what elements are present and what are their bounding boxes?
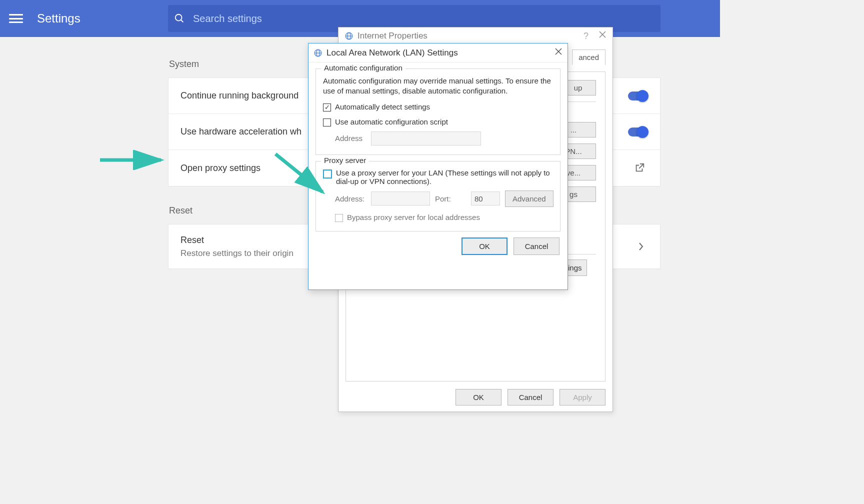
tab-advanced[interactable]: anced bbox=[572, 50, 606, 65]
address-label: Address bbox=[335, 134, 366, 142]
iprops-title-text: Internet Properties bbox=[358, 31, 428, 41]
arrow-annotation bbox=[98, 150, 168, 170]
auto-help-text: Automatic configuration may override man… bbox=[323, 76, 553, 96]
row-label: Continue running background bbox=[180, 90, 298, 101]
page-title: Settings bbox=[37, 12, 80, 26]
checkbox-label: Bypass proxy server for local addresses bbox=[347, 213, 480, 222]
help-icon[interactable]: ? bbox=[584, 31, 588, 42]
chevron-right-icon bbox=[638, 242, 644, 251]
close-icon[interactable] bbox=[554, 48, 562, 56]
iprops-footer: OK Cancel Apply bbox=[338, 389, 612, 406]
menu-icon[interactable] bbox=[9, 14, 23, 23]
launch-icon bbox=[634, 162, 645, 174]
iprops-cancel-button[interactable]: Cancel bbox=[508, 389, 554, 406]
use-proxy-checkbox[interactable]: Use a proxy server for your LAN (These s… bbox=[323, 168, 553, 186]
proxy-address-row: Address: Port: Advanced bbox=[335, 190, 553, 207]
checkbox-label: Automatically detect settings bbox=[335, 102, 430, 111]
search-icon bbox=[174, 13, 185, 24]
auto-config-legend: Automatic configuration bbox=[321, 64, 406, 72]
proxy-address-input[interactable] bbox=[371, 192, 430, 206]
bypass-checkbox[interactable]: Bypass proxy server for local addresses bbox=[335, 213, 553, 222]
checkbox-label: Use automatic configuration script bbox=[335, 118, 448, 126]
lan-footer: OK Cancel bbox=[308, 238, 568, 262]
proxy-port-input[interactable] bbox=[471, 192, 500, 206]
checkbox-label: Use a proxy server for your LAN (These s… bbox=[336, 168, 553, 186]
close-icon[interactable] bbox=[598, 30, 606, 38]
lan-title-text: Local Area Network (LAN) Settings bbox=[326, 48, 458, 58]
checkbox-icon bbox=[335, 214, 343, 222]
advanced-button[interactable]: Advanced bbox=[505, 190, 554, 207]
lan-ok-button[interactable]: OK bbox=[462, 238, 508, 255]
auto-detect-checkbox[interactable]: Automatically detect settings bbox=[323, 102, 553, 112]
port-label: Port: bbox=[435, 194, 466, 203]
toggle-bg[interactable] bbox=[628, 92, 648, 100]
lan-cancel-button[interactable]: Cancel bbox=[514, 238, 560, 255]
proxy-legend: Proxy server bbox=[321, 156, 369, 164]
lan-titlebar[interactable]: Local Area Network (LAN) Settings bbox=[308, 44, 568, 62]
toggle-hw[interactable] bbox=[628, 128, 648, 136]
globe-icon bbox=[314, 48, 322, 58]
row-label: Use hardware acceleration wh bbox=[180, 126, 302, 137]
row-label: Open proxy settings bbox=[180, 163, 260, 174]
checkbox-icon bbox=[323, 170, 332, 178]
search-input[interactable] bbox=[193, 13, 660, 24]
iprops-titlebar[interactable]: Internet Properties ? bbox=[338, 28, 612, 44]
svg-point-0 bbox=[176, 14, 182, 21]
reset-sub: Restore settings to their origin bbox=[180, 248, 294, 258]
script-address-input[interactable] bbox=[371, 132, 481, 146]
reset-title: Reset bbox=[180, 235, 204, 246]
iprops-tabs[interactable]: anced bbox=[572, 50, 606, 65]
iprops-apply-button[interactable]: Apply bbox=[560, 389, 606, 406]
checkbox-icon bbox=[323, 104, 331, 112]
iprops-ok-button[interactable]: OK bbox=[456, 389, 502, 406]
addr-label: Address: bbox=[335, 194, 366, 203]
lan-settings-dialog: Local Area Network (LAN) Settings Automa… bbox=[308, 43, 568, 290]
checkbox-icon bbox=[323, 118, 331, 126]
svg-line-1 bbox=[181, 20, 184, 22]
globe-icon bbox=[344, 32, 354, 40]
auto-script-checkbox[interactable]: Use automatic configuration script bbox=[323, 118, 553, 126]
proxy-group: Proxy server Use a proxy server for your… bbox=[316, 161, 560, 232]
script-address-field: Address bbox=[335, 132, 553, 146]
auto-config-group: Automatic configuration Automatic config… bbox=[316, 68, 560, 155]
